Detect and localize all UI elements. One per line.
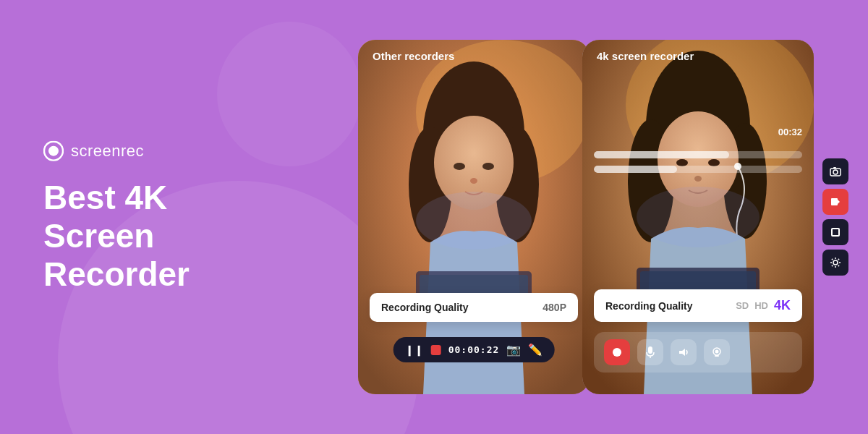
mic-btn-right[interactable] (637, 339, 663, 365)
toolbar-right (594, 332, 802, 373)
svg-point-14 (416, 192, 532, 250)
time-display-left: 00:00:22 (448, 344, 500, 355)
left-quality-value: 480P (542, 302, 566, 313)
side-camera-icon (830, 166, 841, 176)
svg-point-1 (48, 146, 59, 156)
svg-marker-39 (838, 200, 840, 204)
headline-line1: Best 4K Screen (43, 179, 167, 255)
side-square-btn[interactable] (822, 219, 848, 245)
side-camera-btn[interactable] (822, 158, 848, 184)
svg-point-36 (833, 170, 838, 174)
svg-point-33 (715, 350, 719, 354)
svg-point-41 (833, 260, 838, 265)
logo: screenrec (43, 141, 275, 161)
svg-rect-38 (831, 198, 838, 205)
right-panel-label: 4k screen recorder (597, 50, 694, 62)
side-gear-icon (830, 257, 841, 268)
branding-section: screenrec Best 4K Screen Recorder (43, 141, 275, 294)
svg-point-8 (454, 163, 465, 170)
right-quality-label: Recording Quality (605, 300, 693, 312)
quality-hd[interactable]: HD (754, 300, 768, 311)
progress-fill-1 (594, 151, 729, 158)
quality-options: SD HD 4K (736, 298, 791, 313)
quality-bar-left: Recording Quality 480P (370, 293, 578, 322)
phone-mockup-right: 4k screen recorder 00:32 Recording Quali… (582, 40, 814, 394)
pencil-btn-left[interactable]: ✏️ (528, 343, 542, 357)
progress-timer: 00:32 (778, 127, 802, 137)
headline-line2: Recorder (43, 255, 190, 292)
side-rec-icon (830, 197, 841, 206)
pause-icon[interactable]: ❙❙ (405, 344, 424, 356)
side-toolbar (822, 158, 848, 276)
svg-rect-34 (715, 355, 719, 357)
progress-bar-1 (594, 151, 802, 158)
webcam-btn-right[interactable] (704, 339, 730, 365)
toolbar-left: ❙❙ 00:00:22 📷 ✏️ (393, 337, 555, 362)
side-rec-btn[interactable] (822, 189, 848, 215)
rec-dot-left (431, 345, 441, 355)
logo-text: screenrec (71, 142, 144, 161)
speaker-icon (678, 347, 689, 357)
comparison-area: Other recorders Recording Quality 480P ❙… (304, 0, 868, 434)
quality-sd[interactable]: SD (736, 300, 749, 311)
svg-point-28 (637, 187, 760, 247)
mic-icon (645, 346, 655, 358)
side-gear-btn[interactable] (822, 250, 848, 276)
left-quality-label: Recording Quality (381, 302, 469, 313)
svg-point-10 (470, 178, 477, 184)
webcam-icon (711, 347, 723, 357)
svg-rect-40 (832, 229, 839, 236)
quality-bar-right: Recording Quality SD HD 4K (594, 289, 802, 322)
progress-bar-2 (594, 166, 802, 173)
camera-btn-left[interactable]: 📷 (506, 343, 521, 357)
svg-point-29 (613, 348, 621, 357)
svg-point-9 (482, 163, 494, 170)
progress-area: 00:32 (594, 141, 802, 180)
svg-rect-37 (833, 167, 836, 169)
rec-btn-icon (612, 347, 622, 357)
logo-icon (43, 141, 64, 161)
svg-rect-30 (648, 346, 652, 354)
quality-4k[interactable]: 4K (774, 298, 791, 313)
side-square-icon (830, 227, 841, 237)
progress-fill-2 (594, 166, 677, 173)
speaker-btn-right[interactable] (671, 339, 697, 365)
phone-mockup-left: Other recorders Recording Quality 480P ❙… (358, 40, 590, 394)
headline: Best 4K Screen Recorder (43, 179, 275, 294)
rec-btn-right[interactable] (604, 339, 630, 365)
left-panel-label: Other recorders (373, 50, 454, 62)
